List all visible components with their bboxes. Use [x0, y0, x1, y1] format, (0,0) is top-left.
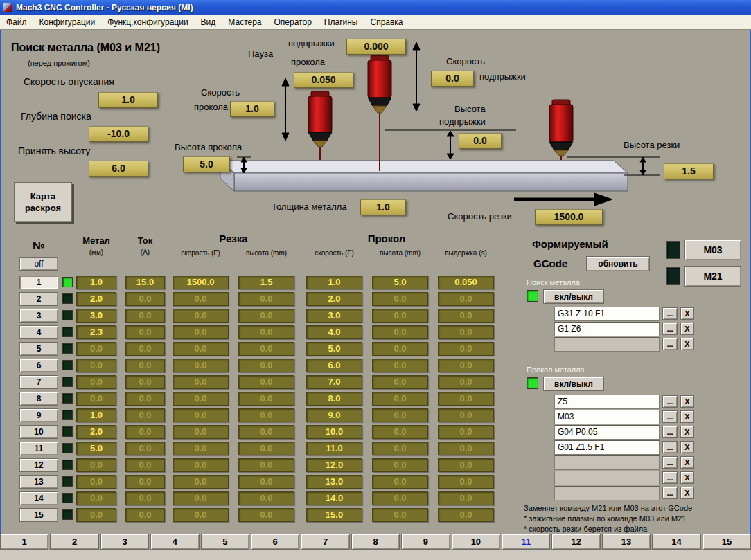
bounce-height-dro[interactable]: 0.0	[459, 133, 502, 149]
pierce-height-cell[interactable]: 5.0	[372, 276, 428, 289]
search-depth-dro[interactable]: -10.0	[89, 126, 148, 142]
edit-line-button[interactable]: ...	[662, 426, 678, 438]
gcode-line[interactable]	[554, 337, 660, 352]
pierce-height-cell[interactable]: 0.0	[372, 292, 428, 306]
page-tab[interactable]: 15	[703, 534, 751, 550]
row-select-button[interactable]: 10	[19, 425, 58, 439]
metal-thickness-cell[interactable]: 2.0	[76, 425, 116, 439]
edit-line-button[interactable]: ...	[662, 410, 678, 423]
cut-height-cell[interactable]: 0.0	[238, 458, 294, 472]
metal-thickness-dro[interactable]: 1.0	[360, 199, 406, 215]
page-tab[interactable]: 4	[150, 534, 199, 550]
current-cell[interactable]: 0.0	[125, 475, 165, 489]
current-cell[interactable]: 15.0	[125, 276, 165, 289]
delete-line-button[interactable]: X	[680, 323, 694, 335]
current-cell[interactable]: 0.0	[125, 508, 165, 522]
gcode-line[interactable]: G04 P0.05	[554, 425, 660, 440]
dwell-cell[interactable]: 0.0	[438, 458, 494, 472]
cut-speed-cell[interactable]: 0.0	[173, 359, 229, 372]
cut-height-cell[interactable]: 0.0	[238, 508, 294, 522]
gcode-line[interactable]	[554, 471, 660, 485]
row-select-button[interactable]: 9	[19, 408, 58, 422]
refresh-gcode-button[interactable]: обновить	[586, 256, 650, 271]
row-select-button[interactable]: 3	[19, 309, 58, 323]
dwell-cell[interactable]: 0.0	[438, 342, 494, 356]
dwell-cell[interactable]: 0.0	[438, 508, 494, 522]
metal-thickness-cell[interactable]: 2.0	[76, 292, 116, 306]
page-tab[interactable]: 9	[401, 534, 450, 550]
delete-line-button[interactable]: X	[680, 426, 694, 438]
pause-bounce-dro[interactable]: 0.000	[346, 39, 406, 55]
cut-speed-cell[interactable]: 1500.0	[173, 276, 229, 289]
current-cell[interactable]: 0.0	[125, 491, 165, 505]
menu-item[interactable]: Оператор	[268, 15, 318, 29]
page-tab[interactable]: 5	[201, 534, 249, 550]
cut-speed-cell[interactable]: 0.0	[173, 442, 229, 455]
pierce-speed-cell[interactable]: 7.0	[306, 375, 362, 389]
pierce-speed-cell[interactable]: 3.0	[306, 309, 362, 323]
delete-line-button[interactable]: X	[680, 410, 694, 423]
pierce-height-cell[interactable]: 0.0	[372, 325, 428, 339]
pierce-speed-dro[interactable]: 1.0	[230, 101, 274, 117]
cut-speed-cell[interactable]: 0.0	[173, 508, 229, 522]
pierce-height-cell[interactable]: 0.0	[372, 309, 428, 323]
page-tab[interactable]: 13	[602, 534, 651, 550]
cut-speed-cell[interactable]: 0.0	[173, 491, 229, 505]
page-tab[interactable]: 8	[351, 534, 400, 550]
current-cell[interactable]: 0.0	[125, 342, 165, 356]
cut-height-cell[interactable]: 0.0	[238, 425, 294, 439]
row-select-button[interactable]: 2	[19, 292, 58, 306]
edit-line-button[interactable]: ...	[662, 456, 678, 469]
metal-thickness-cell[interactable]: 0.0	[76, 342, 116, 356]
cut-height-cell[interactable]: 1.5	[238, 276, 294, 289]
bounce-speed-dro[interactable]: 0.0	[431, 71, 474, 87]
page-tab[interactable]: 1	[0, 534, 48, 550]
page-tab[interactable]: 3	[100, 534, 149, 550]
cut-speed-cell[interactable]: 0.0	[173, 425, 229, 439]
cut-height-cell[interactable]: 0.0	[238, 392, 294, 406]
accept-height-dro[interactable]: 6.0	[89, 161, 148, 177]
row-select-button[interactable]: 12	[19, 458, 58, 472]
gcode-line[interactable]: G01 Z1.5 F1	[554, 440, 660, 455]
cut-height-cell[interactable]: 0.0	[238, 342, 294, 356]
pierce-speed-cell[interactable]: 14.0	[306, 491, 362, 505]
cut-height-cell[interactable]: 0.0	[238, 491, 294, 505]
pierce-height-cell[interactable]: 0.0	[372, 375, 428, 389]
dwell-cell[interactable]: 0.0	[438, 375, 494, 389]
metal-thickness-cell[interactable]: 0.0	[76, 458, 116, 472]
current-cell[interactable]: 0.0	[125, 392, 165, 406]
current-cell[interactable]: 0.0	[125, 309, 165, 323]
edit-line-button[interactable]: ...	[662, 395, 678, 408]
cut-height-cell[interactable]: 0.0	[238, 292, 294, 306]
pierce-speed-cell[interactable]: 6.0	[306, 359, 362, 372]
edit-line-button[interactable]: ...	[662, 323, 678, 335]
delete-line-button[interactable]: X	[680, 395, 694, 408]
cut-height-cell[interactable]: 0.0	[238, 375, 294, 389]
pierce-speed-cell[interactable]: 15.0	[306, 508, 362, 522]
pierce-speed-cell[interactable]: 13.0	[306, 475, 362, 489]
cut-height-cell[interactable]: 0.0	[238, 475, 294, 489]
pierce-speed-cell[interactable]: 12.0	[306, 458, 362, 472]
cut-speed-cell[interactable]: 0.0	[173, 392, 229, 406]
dwell-cell[interactable]: 0.050	[438, 276, 494, 289]
dwell-cell[interactable]: 0.0	[438, 392, 494, 406]
cut-height-cell[interactable]: 0.0	[238, 442, 294, 455]
cut-height-cell[interactable]: 0.0	[238, 325, 294, 339]
metal-thickness-cell[interactable]: 2.3	[76, 325, 116, 339]
cut-speed-cell[interactable]: 0.0	[173, 309, 229, 323]
pierce-height-cell[interactable]: 0.0	[372, 359, 428, 372]
cut-height-cell[interactable]: 0.0	[238, 408, 294, 422]
metal-thickness-cell[interactable]: 0.0	[76, 475, 116, 489]
cut-speed-cell[interactable]: 0.0	[173, 475, 229, 489]
row-select-button[interactable]: 15	[19, 508, 58, 522]
gcode-line[interactable]: G1 Z6	[554, 322, 660, 336]
page-tab[interactable]: 6	[251, 534, 299, 550]
row-select-button[interactable]: 1	[19, 276, 58, 289]
menu-item[interactable]: Функц.конфигурации	[101, 15, 194, 29]
descent-speed-dro[interactable]: 1.0	[98, 92, 158, 108]
current-cell[interactable]: 0.0	[125, 425, 165, 439]
dwell-cell[interactable]: 0.0	[438, 359, 494, 372]
pierce-height-cell[interactable]: 0.0	[372, 392, 428, 406]
metal-thickness-cell[interactable]: 3.0	[76, 309, 116, 323]
menu-item[interactable]: Конфигурации	[33, 15, 102, 29]
